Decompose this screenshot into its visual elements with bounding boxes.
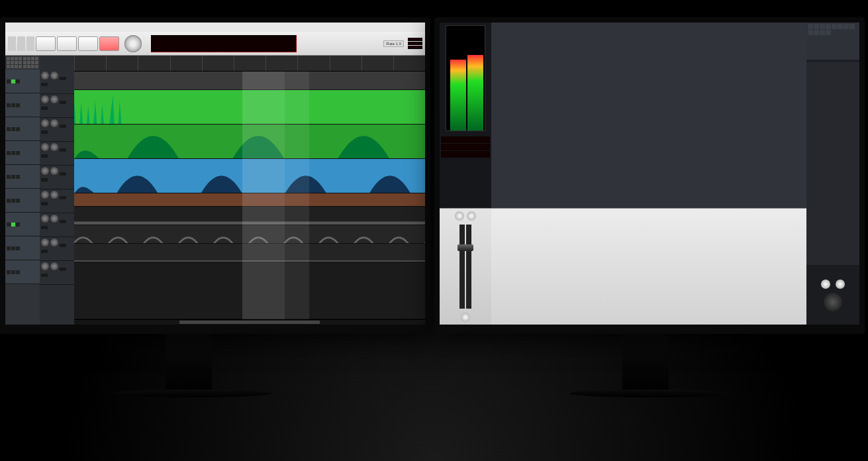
track-header[interactable] (5, 213, 40, 236)
output-meters (408, 38, 422, 49)
play-rate[interactable]: Rate 1.0 (383, 40, 404, 47)
master-fader[interactable] (459, 225, 465, 309)
master-readout (441, 136, 490, 143)
track-control-row[interactable] (40, 213, 74, 237)
play-button[interactable] (36, 36, 56, 51)
ruler-mark (330, 56, 362, 71)
track-header[interactable] (5, 93, 40, 117)
timeline[interactable] (74, 56, 425, 325)
daw-window: Rate 1.0 (5, 23, 425, 325)
track-header[interactable] (5, 141, 40, 165)
record-button[interactable] (99, 36, 119, 51)
track-control-row[interactable] (40, 118, 74, 142)
track-control-row[interactable] (40, 166, 74, 189)
ruler-mark (393, 56, 425, 71)
track-control-row[interactable] (40, 142, 74, 166)
track-row[interactable] (74, 90, 425, 125)
ruler-mark (170, 56, 202, 71)
track-row[interactable] (74, 125, 425, 159)
track-control-row[interactable] (40, 261, 74, 285)
ruler-mark (297, 56, 329, 71)
master-meter (440, 23, 491, 208)
ruler-mark (202, 56, 234, 71)
track-controls (40, 56, 74, 325)
track-row[interactable] (74, 262, 425, 319)
browser-panel (806, 23, 859, 325)
left-monitor: Rate 1.0 (0, 17, 430, 334)
track-row[interactable] (74, 159, 425, 193)
ruler-mark (106, 56, 138, 71)
ruler[interactable] (74, 56, 425, 72)
forward-icon[interactable] (17, 36, 25, 51)
track-row[interactable] (74, 244, 425, 262)
vu-meter (446, 25, 485, 131)
browser-toolbar[interactable] (806, 23, 859, 60)
master-section (440, 209, 491, 325)
track-row[interactable] (74, 72, 425, 90)
pause-button[interactable] (57, 36, 77, 51)
track-control-row[interactable] (40, 237, 74, 261)
track-row[interactable] (74, 193, 425, 207)
jog-wheel[interactable] (124, 35, 142, 52)
monitor-control (806, 265, 859, 325)
master-fader[interactable] (466, 225, 471, 309)
master-knob[interactable] (455, 211, 464, 221)
track-row[interactable] (74, 225, 425, 244)
menubar (5, 23, 425, 32)
track-control-row[interactable] (40, 94, 74, 118)
track-header[interactable] (5, 165, 40, 189)
channel-faders (491, 209, 806, 325)
horizontal-scrollbar[interactable] (74, 319, 425, 325)
tracks-area[interactable] (74, 72, 425, 319)
ruler-mark (234, 56, 265, 71)
master-knob[interactable] (467, 211, 476, 221)
transport-toolbar: Rate 1.0 (5, 32, 425, 56)
monitor-knob[interactable] (821, 280, 830, 289)
mixer-window (440, 23, 859, 325)
monitor-knob[interactable] (836, 280, 845, 289)
track-panel (5, 56, 40, 325)
tool-grid[interactable] (5, 56, 40, 70)
track-header[interactable] (5, 117, 40, 141)
ruler-mark (265, 56, 297, 71)
track-header[interactable] (5, 236, 40, 260)
preset-list[interactable] (806, 62, 859, 265)
rewind-icon[interactable] (8, 36, 16, 51)
master-readout (441, 144, 490, 150)
timecode-display (151, 35, 297, 52)
track-control-row[interactable] (40, 189, 74, 213)
track-row[interactable] (74, 207, 425, 225)
track-header[interactable] (5, 260, 40, 284)
right-monitor (434, 17, 865, 334)
channel-strips-upper (491, 23, 806, 208)
ruler-mark (138, 56, 169, 71)
stop-button[interactable] (78, 36, 98, 51)
track-header[interactable] (5, 189, 40, 213)
loop-icon[interactable] (26, 36, 34, 51)
track-header[interactable] (5, 70, 40, 93)
scrollbar-thumb[interactable] (179, 321, 320, 324)
master-readout (441, 151, 490, 158)
ruler-mark (362, 56, 393, 71)
monitor-volume-knob[interactable] (824, 293, 842, 311)
master-trim-knob[interactable] (461, 313, 470, 322)
track-control-row[interactable] (40, 70, 74, 94)
ruler-mark (74, 56, 106, 71)
